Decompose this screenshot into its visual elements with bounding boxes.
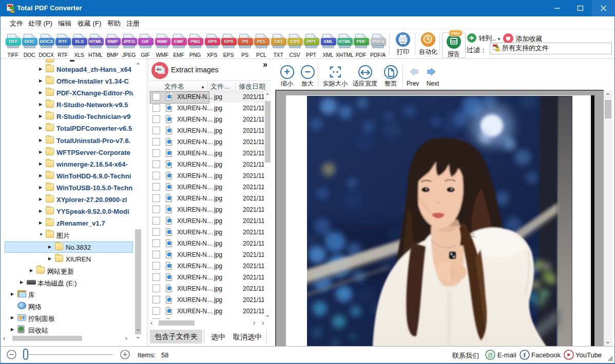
svg-text:f: f [524,351,526,359]
svg-text:@: @ [487,352,493,358]
